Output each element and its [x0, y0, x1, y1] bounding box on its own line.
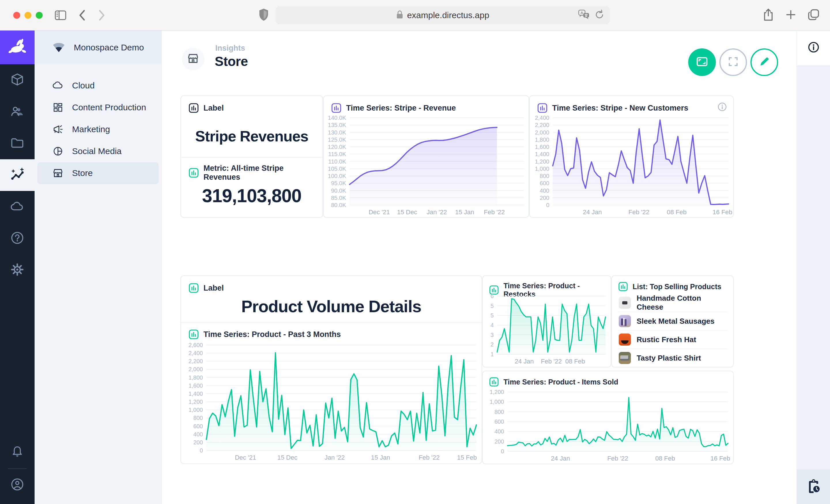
svg-text:1,000: 1,000	[490, 399, 504, 405]
insights-icon	[10, 167, 25, 183]
share-icon[interactable]	[763, 8, 774, 23]
metric-value: 319,103,800	[181, 185, 322, 206]
user-menu-button[interactable]	[0, 473, 35, 497]
product-list-item[interactable]: Sleek Metal Sausages	[617, 312, 727, 330]
label-text: Product Volume Details	[181, 297, 482, 316]
url-bar[interactable]: example.directus.app A	[276, 6, 610, 24]
product-list-item[interactable]: Rustic Fresh Hat	[617, 330, 727, 348]
panel-icon	[189, 283, 199, 293]
product-list-item[interactable]: Tasty Plastic Shirt	[617, 348, 727, 367]
panel-icon	[189, 168, 199, 178]
svg-text:15 Jan: 15 Jan	[455, 208, 474, 216]
panel-header: Label	[203, 104, 224, 112]
svg-text:1,200: 1,200	[535, 158, 549, 165]
svg-text:3: 3	[490, 332, 494, 338]
svg-text:600: 600	[494, 418, 504, 425]
svg-text:1: 1	[490, 351, 494, 358]
svg-text:24 Jan: 24 Jan	[515, 358, 534, 365]
svg-text:2,200: 2,200	[189, 358, 203, 364]
breadcrumb[interactable]: Insights	[215, 44, 245, 53]
svg-text:115.0K: 115.0K	[328, 151, 346, 157]
module-bar-divider	[8, 468, 27, 469]
notifications-button[interactable]	[0, 441, 35, 464]
svg-text:08 Feb: 08 Feb	[656, 455, 675, 462]
browser-sidebar-toggle-icon[interactable]	[55, 10, 66, 20]
sidebar-item-store[interactable]: Store	[37, 162, 159, 184]
sidebar-item-cloud[interactable]: Cloud	[37, 75, 159, 97]
panel-header: Metric: All-time Stripe Revenues	[203, 164, 315, 182]
user-avatar-icon	[10, 477, 24, 493]
right-sidebar	[797, 31, 830, 504]
svg-text:400: 400	[494, 428, 504, 435]
svg-text:600: 600	[540, 180, 549, 186]
svg-text:600: 600	[193, 423, 203, 429]
svg-text:1,400: 1,400	[535, 151, 549, 157]
product-thumbnail	[619, 334, 631, 346]
module-settings-button[interactable]	[0, 254, 35, 286]
product-list-item[interactable]: Handmade Cotton Cheese	[617, 294, 727, 312]
module-users-button[interactable]	[0, 96, 35, 128]
svg-text:A: A	[580, 11, 583, 15]
top-products-list: Handmade Cotton CheeseSleek Metal Sausag…	[617, 294, 727, 367]
svg-text:90.0K: 90.0K	[331, 188, 346, 194]
page-icon-chip[interactable]	[182, 48, 204, 70]
module-cloud-button[interactable]	[0, 191, 35, 223]
minimize-window-button[interactable]	[25, 12, 31, 19]
svg-text:1,800: 1,800	[189, 374, 203, 381]
new-tab-icon[interactable]	[785, 8, 797, 23]
sidebar-info-button[interactable]	[797, 31, 830, 65]
panel-top-selling: List: Top Selling Products Handmade Cott…	[611, 275, 734, 368]
sidebar-item-marketing[interactable]: Marketing	[37, 119, 159, 140]
sidebar-item-social-media[interactable]: Social Media	[37, 140, 159, 162]
svg-text:2,600: 2,600	[189, 342, 203, 348]
panel-info-icon[interactable]	[717, 102, 727, 112]
reload-icon[interactable]	[594, 9, 605, 21]
svg-text:400: 400	[540, 188, 549, 194]
svg-text:2,200: 2,200	[535, 122, 549, 128]
module-help-button[interactable]	[0, 223, 35, 254]
privacy-shield-icon[interactable]	[258, 8, 269, 23]
product-name: Rustic Fresh Hat	[637, 335, 696, 344]
module-files-button[interactable]	[0, 128, 35, 159]
product-name: Handmade Cotton Cheese	[637, 294, 727, 312]
tab-overview-icon[interactable]	[807, 8, 820, 23]
translate-icon[interactable]: A	[578, 9, 590, 21]
svg-text:400: 400	[193, 431, 203, 437]
svg-text:100.0K: 100.0K	[328, 173, 346, 179]
window-controls	[13, 12, 43, 19]
activity-log-button[interactable]	[797, 469, 830, 504]
svg-text:130.0K: 130.0K	[328, 129, 346, 136]
panel-header: Time Series: Product - Items Sold	[504, 378, 618, 386]
back-icon[interactable]	[78, 9, 86, 21]
url-text: example.directus.app	[407, 10, 489, 20]
svg-text:Feb '22: Feb '22	[484, 208, 505, 216]
panel-product-volume: Label Product Volume Details Time Series…	[181, 275, 482, 464]
info-icon	[807, 41, 820, 55]
panel-stripe-revenue: Time Series: Stripe - Revenue 140.0K135.…	[323, 95, 529, 218]
fullscreen-button[interactable]	[719, 48, 747, 76]
svg-text:15 Dec: 15 Dec	[277, 454, 297, 461]
browser-chrome: example.directus.app A	[0, 0, 830, 31]
panel-header: List: Top Selling Products	[633, 282, 721, 291]
sidebar-item-label: Store	[72, 168, 93, 178]
module-content-button[interactable]	[0, 64, 35, 96]
edit-dashboard-button[interactable]	[751, 48, 778, 76]
sidebar-item-content-production[interactable]: Content Production	[37, 97, 159, 119]
svg-text:15 Feb: 15 Feb	[457, 454, 477, 461]
module-insights-button[interactable]	[0, 159, 35, 191]
pie-icon	[51, 146, 65, 157]
project-header[interactable]: Monospace Demo	[35, 31, 161, 64]
present-mode-button[interactable]	[688, 48, 716, 76]
close-window-button[interactable]	[13, 12, 20, 19]
product-thumbnail	[619, 352, 631, 364]
directus-logo[interactable]	[0, 31, 35, 64]
svg-text:1,400: 1,400	[189, 391, 203, 397]
product-name: Tasty Plastic Shirt	[637, 354, 701, 363]
lock-icon	[396, 10, 404, 21]
layout-icon	[51, 102, 65, 113]
panel-icon	[331, 103, 342, 113]
zoom-window-button[interactable]	[36, 12, 43, 19]
navigation-sidebar: Monospace Demo CloudContent ProductionMa…	[35, 31, 162, 504]
panel-icon	[618, 282, 628, 292]
svg-text:1,800: 1,800	[535, 136, 549, 143]
